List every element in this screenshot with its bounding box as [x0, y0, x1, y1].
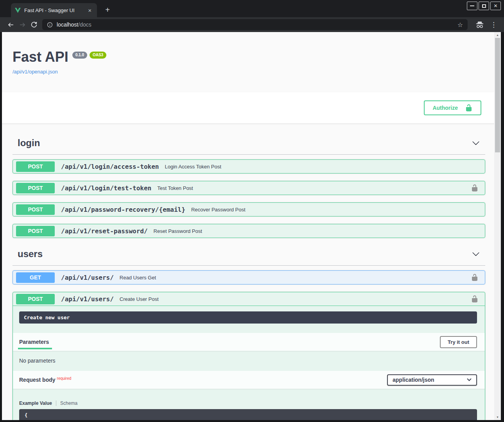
bookmark-star-icon[interactable]: ☆	[457, 21, 463, 29]
op-password-recovery[interactable]: POST /api/v1/password-recovery/{email} R…	[13, 202, 485, 216]
method-badge: POST	[16, 204, 55, 215]
close-button[interactable]: ✕	[490, 2, 501, 10]
minimize-button[interactable]	[467, 2, 477, 10]
reload-icon	[30, 21, 38, 28]
op-summary: Reset Password Post	[154, 228, 202, 234]
tab-close-icon[interactable]: ×	[86, 7, 93, 14]
op-summary: Test Token Post	[157, 185, 193, 191]
op-path: /api/v1/password-recovery/{email}	[61, 206, 185, 213]
request-body-header: Request bodyrequired application/json	[13, 371, 485, 389]
tag-name: users	[18, 249, 43, 259]
op-create-user-summary[interactable]: POST /api/v1/users/ Create User Post	[13, 292, 485, 306]
new-tab-button[interactable]: +	[102, 5, 113, 15]
op-summary: Create User Post	[120, 296, 159, 302]
scroll-up-icon[interactable]: ▲	[494, 32, 501, 38]
back-button[interactable]	[5, 19, 16, 30]
browser-toolbar: localhost/docs ☆ ⋮	[0, 17, 504, 32]
op-path: /api/v1/users/	[61, 295, 114, 303]
media-type-value: application/json	[393, 377, 434, 383]
auth-lock-button[interactable]	[470, 273, 479, 282]
op-description: Create new user	[19, 311, 477, 324]
tag-name: login	[18, 138, 40, 148]
op-reset-password[interactable]: POST /api/v1/reset-password/ Reset Passw…	[13, 224, 485, 238]
tab-schema[interactable]: Schema	[56, 401, 77, 406]
window-controls: ✕	[467, 2, 501, 10]
op-create-user-expanded: POST /api/v1/users/ Create User Post Cre…	[13, 292, 485, 420]
scheme-container: Authorize	[2, 92, 494, 123]
method-badge: POST	[16, 294, 55, 304]
auth-lock-button[interactable]	[470, 183, 479, 193]
browser-tab[interactable]: Fast API - Swagger UI ×	[11, 3, 97, 17]
op-path: /api/v1/login/test-token	[61, 184, 151, 192]
media-type-select[interactable]: application/json	[387, 374, 477, 386]
oas3-badge: OAS3	[90, 52, 106, 59]
incognito-icon	[475, 21, 484, 29]
op-read-users[interactable]: GET /api/v1/users/ Read Users Get	[13, 270, 485, 284]
browser-menu-button[interactable]: ⋮	[488, 21, 499, 29]
page-title: Fast API	[13, 48, 68, 66]
op-summary: Recover Password Post	[191, 207, 246, 213]
collapse-chevron-icon[interactable]	[470, 249, 481, 259]
example-code-block: {	[19, 409, 477, 420]
authorize-label: Authorize	[432, 105, 458, 111]
tab-title: Fast API - Swagger UI	[24, 7, 86, 13]
authorize-button[interactable]: Authorize	[424, 100, 481, 115]
request-body-label: Request bodyrequired	[19, 377, 71, 383]
unlocked-padlock-icon	[465, 104, 473, 112]
fastapi-favicon-icon	[15, 8, 21, 13]
page-info-icon[interactable]	[47, 22, 53, 28]
op-path: /api/v1/users/	[61, 274, 114, 281]
api-info: Fast API 0.1.0 OAS3 /api/v1/openapi.json	[2, 32, 494, 75]
scroll-down-icon[interactable]: ▼	[494, 414, 501, 420]
url-path: /docs	[78, 21, 91, 28]
op-summary: Read Users Get	[120, 275, 156, 281]
tab-strip: Fast API - Swagger UI × + ✕	[0, 0, 504, 17]
version-badge: 0.1.0	[72, 52, 87, 59]
swagger-page: ▲ ▼ Fast API 0.1.0 OAS3 /api/v1/openapi.…	[2, 32, 501, 420]
back-icon	[7, 21, 14, 29]
minimize-icon	[470, 5, 474, 6]
parameters-header: Parameters Try it out	[13, 333, 485, 351]
tag-section-login[interactable]: login	[13, 130, 485, 155]
required-flag: required	[56, 376, 72, 381]
forward-icon	[19, 21, 26, 29]
forward-button[interactable]	[16, 19, 28, 30]
try-it-out-button[interactable]: Try it out	[440, 336, 477, 348]
scrollbar[interactable]: ▲ ▼	[494, 32, 501, 420]
no-parameters-text: No parameters	[13, 351, 485, 371]
collapse-chevron-icon[interactable]	[470, 138, 481, 148]
method-badge: POST	[16, 161, 55, 172]
method-badge: POST	[16, 226, 55, 236]
scrollbar-thumb[interactable]	[495, 38, 500, 152]
auth-lock-button[interactable]	[470, 294, 479, 304]
example-schema-tabs: Example Value Schema	[13, 389, 485, 406]
method-badge: GET	[16, 272, 55, 283]
op-path: /api/v1/reset-password/	[61, 227, 148, 235]
tab-example-value[interactable]: Example Value	[19, 401, 56, 406]
unlocked-padlock-icon	[471, 274, 479, 281]
openapi-spec-link[interactable]: /api/v1/openapi.json	[13, 69, 58, 75]
reload-button[interactable]	[28, 19, 40, 30]
op-login-access-token[interactable]: POST /api/v1/login/access-token Login Ac…	[13, 159, 485, 173]
maximize-icon	[482, 4, 486, 8]
tag-section-users[interactable]: users	[13, 241, 485, 266]
chevron-down-icon	[467, 378, 472, 381]
unlocked-padlock-icon	[471, 184, 479, 192]
url-bar[interactable]: localhost/docs ☆	[42, 19, 468, 30]
op-path: /api/v1/login/access-token	[61, 163, 159, 170]
tab-parameters[interactable]: Parameters	[19, 333, 52, 351]
url-host: localhost	[57, 21, 78, 28]
unlocked-padlock-icon	[471, 295, 479, 303]
method-badge: POST	[16, 183, 55, 193]
maximize-button[interactable]	[479, 2, 489, 10]
op-summary: Login Access Token Post	[165, 164, 221, 170]
op-login-test-token[interactable]: POST /api/v1/login/test-token Test Token…	[13, 181, 485, 195]
